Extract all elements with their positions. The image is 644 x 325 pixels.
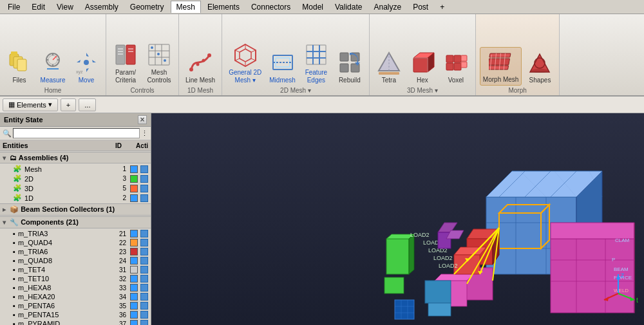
quad8-check[interactable] [140, 257, 148, 265]
menu-edit[interactable]: Edit [26, 1, 50, 13]
pyramid-check[interactable] [140, 320, 148, 325]
hex-button[interactable]: Hex [407, 48, 438, 86]
assemblies-section[interactable]: ▾ 🗂 Assemblies (4) [0, 152, 151, 163]
menu-validate[interactable]: Validate [330, 1, 367, 13]
more-button[interactable]: ... [79, 98, 96, 111]
tetra-label: Tetra [382, 77, 396, 84]
menu-post[interactable]: Post [408, 1, 433, 13]
tria3-check[interactable] [140, 230, 148, 237]
svg-rect-112 [428, 303, 451, 316]
viewport[interactable]: LOAD2 LOAD2 LOAD2 LOAD2 LOAD2 CLAM P BEA… [151, 113, 644, 325]
svg-rect-111 [425, 281, 451, 303]
search-input[interactable] [13, 128, 140, 138]
comp-icon: ▪ [13, 248, 15, 255]
svg-line-41 [251, 59, 256, 60]
param-criteria-button[interactable]: Param/Criteria [110, 41, 141, 86]
rebuild-button[interactable]: Rebuild [334, 48, 365, 86]
menu-connectors[interactable]: Connectors [246, 1, 296, 13]
files-button[interactable]: Files [4, 48, 35, 86]
morph-mesh-button[interactable]: Morph Mesh [480, 47, 522, 86]
components-section[interactable]: ▾ 🔧 Components (21) [0, 216, 151, 228]
measure-button[interactable]: Measure [37, 48, 68, 86]
panel-close-button[interactable]: × [138, 115, 147, 124]
menu-model[interactable]: Model [297, 1, 328, 13]
svg-line-43 [235, 59, 240, 60]
svg-point-34 [207, 53, 211, 57]
list-item[interactable]: ▪ m_HEXA8 33 [0, 283, 151, 292]
shapes-icon [527, 50, 553, 75]
shapes-button[interactable]: Shapes [524, 48, 555, 86]
hexa8-label: m_HEXA8 [18, 284, 51, 292]
midmesh-button[interactable]: Midmesh [267, 48, 298, 86]
menu-mesh[interactable]: Mesh [171, 1, 201, 13]
assembly-mesh-check[interactable] [140, 165, 148, 173]
voxel-button[interactable]: Voxel [440, 48, 471, 86]
svg-rect-66 [446, 63, 453, 70]
penta6-check[interactable] [140, 302, 148, 310]
svg-marker-13 [86, 66, 89, 72]
menu-analyze[interactable]: Analyze [368, 1, 406, 13]
svg-point-35 [196, 63, 200, 66]
penta15-check[interactable] [140, 311, 148, 319]
svg-text:CLAM: CLAM [615, 237, 630, 243]
list-item[interactable]: 🧩 1D 2 [0, 193, 151, 203]
list-item[interactable]: ▪ m_PENTA15 36 [0, 310, 151, 319]
svg-rect-122 [454, 255, 480, 274]
list-item[interactable]: ▪ m_QUAD8 24 [0, 256, 151, 265]
list-header: Entities ID Acti [0, 140, 151, 151]
feature-edges-button[interactable]: FeatureEdges [301, 41, 332, 86]
list-item[interactable]: ▪ m_TRIA3 21 [0, 229, 151, 238]
svg-rect-60 [379, 72, 399, 75]
penta15-label: m_PENTA15 [18, 311, 59, 319]
tria6-check[interactable] [140, 248, 148, 255]
list-item[interactable]: ▪ m_QUAD4 22 [0, 238, 151, 247]
penta6-label: m_PENTA6 [18, 302, 55, 310]
line-mesh-button[interactable]: Line Mesh [183, 48, 218, 86]
svg-marker-59 [379, 53, 399, 71]
list-item[interactable]: ▪ m_PENTA6 35 [0, 301, 151, 310]
tetra-button[interactable]: Tetra [374, 48, 404, 86]
menu-elements[interactable]: Elements [202, 1, 245, 13]
list-item[interactable]: ▪ m_TET10 32 [0, 274, 151, 283]
assembly-2d-check[interactable] [140, 175, 148, 183]
hexa20-check[interactable] [140, 293, 148, 301]
menu-file[interactable]: File [3, 1, 25, 13]
hexa8-check[interactable] [140, 284, 148, 292]
list-item[interactable]: ▪ m_HEXA20 34 [0, 292, 151, 301]
list-item[interactable]: 🧩 2D 3 [0, 174, 151, 183]
elements-dropdown[interactable]: ▦ Elements ▾ [3, 98, 58, 111]
quad4-id: 22 [113, 239, 126, 246]
measure-icon [40, 50, 66, 75]
list-item[interactable]: ▪ m_TET4 31 [0, 265, 151, 274]
feature-edges-label: FeatureEdges [305, 69, 327, 84]
menu-geometry[interactable]: Geometry [125, 1, 169, 13]
beam-section[interactable]: ▸ 📦 Beam Section Collectors (1) [0, 203, 151, 216]
quad4-check[interactable] [140, 239, 148, 246]
quad8-label: m_QUAD8 [18, 257, 52, 265]
general-2d-button[interactable]: General 2DMesh ▾ [226, 41, 264, 86]
home-group-label: Home [44, 86, 62, 94]
svg-rect-71 [461, 62, 467, 68]
move-button[interactable]: xyz Move [71, 48, 102, 86]
list-item[interactable]: 🧩 3D 5 [0, 183, 151, 193]
menu-assembly[interactable]: Assembly [80, 1, 124, 13]
comp-icon: ▪ [13, 284, 15, 292]
list-item[interactable]: 🧩 Mesh 1 [0, 164, 151, 174]
svg-marker-38 [240, 49, 251, 62]
add-button[interactable]: + [61, 98, 76, 111]
menu-plus[interactable]: + [435, 1, 450, 13]
menu-view[interactable]: View [52, 1, 79, 13]
list-item[interactable]: ▪ m_PYRAMID 37 [0, 319, 151, 325]
assembly-mesh-id: 1 [113, 165, 126, 172]
assembly-1d-label: 1D [24, 194, 33, 202]
morph-group-label: Morph [508, 86, 526, 94]
tet10-check[interactable] [140, 275, 148, 283]
shapes-label: Shapes [529, 77, 551, 84]
search-settings-icon[interactable]: ⋮ [141, 129, 148, 138]
assembly-3d-check[interactable] [140, 185, 148, 192]
pyramid-label: m_PYRAMID [18, 320, 60, 325]
assembly-1d-check[interactable] [140, 194, 148, 202]
list-item[interactable]: ▪ m_TRIA6 23 [0, 247, 151, 256]
tet4-check[interactable] [140, 266, 148, 274]
mesh-controls-button[interactable]: MeshControls [144, 41, 175, 86]
